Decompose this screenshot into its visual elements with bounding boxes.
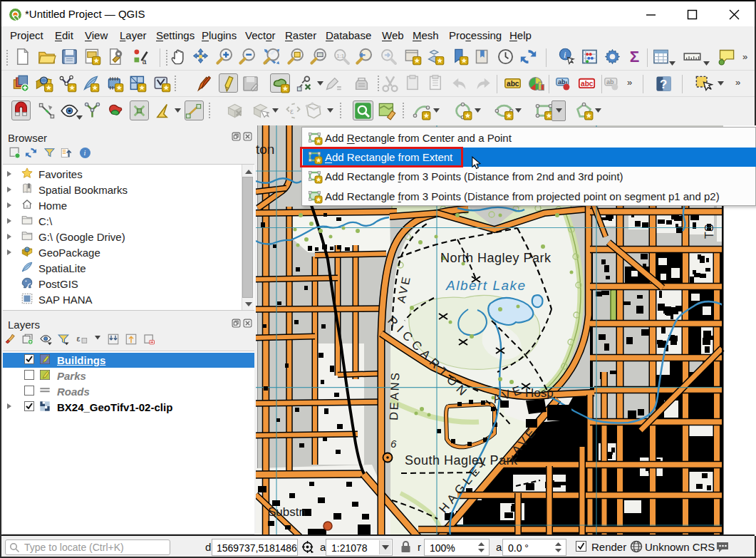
svg-text:ton: ton: [256, 142, 274, 157]
svg-text:South Hagley Park: South Hagley Park: [405, 453, 518, 467]
svg-text:ε: ε: [290, 107, 294, 115]
svg-text:abc: abc: [507, 80, 519, 88]
svg-text:a: a: [143, 58, 147, 66]
svg-text:Substn: Substn: [268, 505, 306, 519]
svg-text:DEANS: DEANS: [387, 371, 401, 420]
svg-text:i: i: [564, 50, 566, 60]
svg-text:1:1: 1:1: [336, 53, 344, 59]
svg-text:6: 6: [390, 438, 397, 450]
svg-text:abc: abc: [581, 80, 594, 88]
svg-text:ε: ε: [77, 334, 81, 343]
svg-text:TS: TS: [703, 224, 715, 239]
svg-text:Albert Lake: Albert Lake: [445, 278, 527, 293]
svg-text:Σ: Σ: [630, 48, 640, 66]
svg-text:Hosp: Hosp: [525, 386, 554, 400]
svg-text:North Hagley Park: North Hagley Park: [440, 251, 552, 265]
svg-text:?: ?: [660, 78, 667, 91]
svg-text:i: i: [84, 149, 86, 157]
